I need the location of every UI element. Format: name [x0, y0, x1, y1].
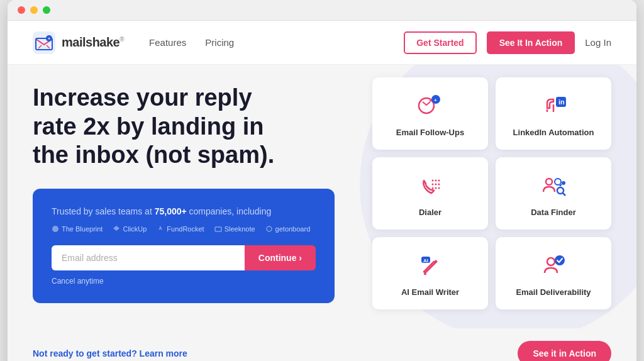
nav-link-features[interactable]: Features — [149, 37, 186, 48]
svg-text:AI: AI — [423, 258, 428, 264]
feature-label-email-follow-ups: Email Follow-Ups — [396, 128, 464, 137]
data-finder-icon — [538, 170, 569, 201]
svg-text:+: + — [434, 97, 437, 103]
feature-card-email-deliverability[interactable]: Email Deliverability — [496, 237, 611, 309]
svg-point-28 — [557, 187, 564, 194]
see-action-bottom-button[interactable]: See it in Action — [518, 341, 611, 361]
svg-point-4 — [52, 226, 58, 232]
learn-more-link[interactable]: Not ready to get started? Learn more — [33, 348, 187, 358]
svg-line-29 — [563, 193, 565, 196]
nav-links: Features Pricing — [149, 37, 404, 48]
email-input[interactable] — [52, 245, 245, 270]
main-content: Increase your reply rate 2x by landing i… — [8, 65, 636, 328]
footer-bar: Not ready to get started? Learn more See… — [8, 328, 636, 361]
feature-label-deliverability: Email Deliverability — [516, 287, 591, 297]
svg-marker-5 — [113, 226, 119, 231]
traffic-light-yellow[interactable] — [30, 6, 38, 14]
svg-point-15 — [432, 180, 434, 182]
email-deliverability-icon — [538, 250, 569, 281]
company-logo-sleeknote: Sleeknote — [214, 225, 255, 233]
feature-card-ai-email-writer[interactable]: AI AI Email Writer — [372, 237, 488, 309]
browser-window: + mailshake® Features Pricing Get Starte… — [8, 0, 636, 361]
feature-label-dialer: Dialer — [419, 208, 441, 217]
feature-card-email-follow-ups[interactable]: + Email Follow-Ups — [372, 77, 488, 150]
feature-label-ai-writer: AI Email Writer — [401, 287, 459, 297]
browser-titlebar — [8, 0, 636, 21]
traffic-light-red[interactable] — [18, 6, 25, 14]
svg-point-23 — [438, 187, 440, 189]
svg-point-7 — [267, 226, 272, 231]
continue-button[interactable]: Continue › — [245, 245, 316, 270]
email-form: Continue › — [52, 245, 316, 270]
email-followup-icon: + — [414, 90, 446, 121]
svg-point-16 — [435, 180, 437, 182]
company-logo-fundrocket: FundRocket — [157, 225, 204, 233]
svg-point-33 — [547, 258, 555, 265]
svg-point-19 — [435, 184, 437, 186]
linkedin-icon: in — [538, 90, 569, 121]
svg-point-25 — [555, 179, 561, 185]
navbar: + mailshake® Features Pricing Get Starte… — [8, 21, 636, 65]
feature-card-dialer[interactable]: Dialer — [372, 157, 488, 230]
logo-area: + mailshake® — [33, 31, 124, 54]
company-logo-getonboard: getonboard — [265, 225, 311, 233]
company-logo-blueprint: The Blueprint — [52, 225, 103, 233]
traffic-light-green[interactable] — [43, 6, 50, 14]
left-column: Increase your reply rate 2x by landing i… — [33, 65, 360, 309]
svg-point-22 — [435, 187, 437, 189]
logo-text: mailshake® — [62, 35, 124, 50]
svg-point-34 — [555, 255, 565, 265]
dialer-icon — [414, 170, 446, 201]
feature-card-linkedin-automation[interactable]: in LinkedIn Automation — [496, 77, 611, 150]
nav-actions: Get Started See It In Action Log In — [404, 31, 611, 54]
mailshake-logo-icon: + — [33, 31, 55, 54]
blue-card: Trusted by sales teams at 75,000+ compan… — [33, 189, 335, 303]
right-column: + Email Follow-Ups — [372, 65, 611, 309]
svg-point-18 — [432, 184, 434, 186]
see-it-in-action-button[interactable]: See It In Action — [487, 31, 575, 54]
feature-card-data-finder[interactable]: Data Finder — [496, 157, 611, 230]
svg-text:in: in — [558, 98, 565, 106]
nav-link-pricing[interactable]: Pricing — [205, 37, 234, 48]
page: + mailshake® Features Pricing Get Starte… — [8, 21, 636, 361]
get-started-button[interactable]: Get Started — [404, 31, 476, 54]
svg-rect-6 — [215, 227, 221, 231]
svg-point-24 — [546, 179, 552, 185]
svg-point-17 — [438, 180, 440, 182]
svg-text:+: + — [48, 36, 50, 41]
feature-grid: + Email Follow-Ups — [372, 77, 611, 309]
login-button[interactable]: Log In — [585, 37, 611, 48]
cancel-anytime-text: Cancel anytime — [52, 277, 316, 286]
feature-label-linkedin: LinkedIn Automation — [513, 128, 594, 137]
ai-writer-icon: AI — [414, 250, 446, 281]
svg-point-20 — [438, 184, 440, 186]
company-logos: The Blueprint ClickUp FundRocket Sl — [52, 225, 316, 233]
trusted-text: Trusted by sales teams at 75,000+ compan… — [52, 206, 316, 216]
svg-point-21 — [432, 187, 434, 189]
feature-label-data-finder: Data Finder — [531, 208, 576, 217]
company-logo-clickup: ClickUp — [113, 225, 147, 233]
hero-headline: Increase your reply rate 2x by landing i… — [33, 84, 297, 170]
svg-point-26 — [562, 181, 565, 185]
